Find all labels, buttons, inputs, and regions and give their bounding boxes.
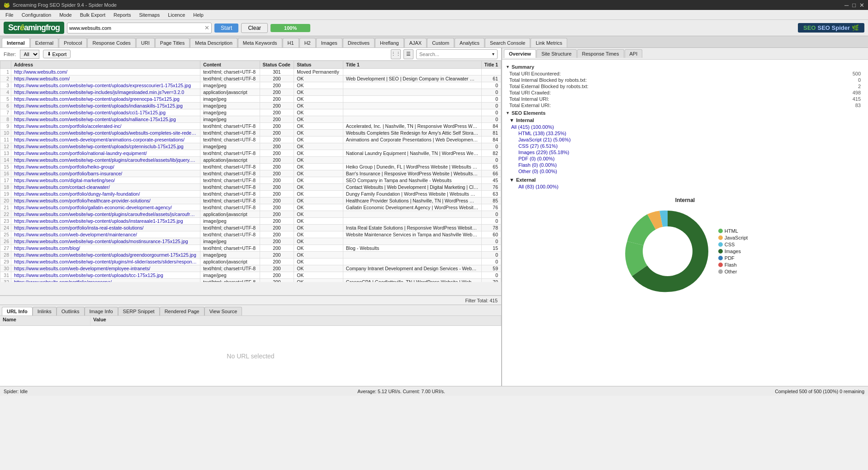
tab-h2[interactable]: H2 <box>299 38 316 47</box>
table-row[interactable]: 28 https://www.websults.com/website/wp-c… <box>0 252 501 258</box>
minimize-btn[interactable]: ─ <box>844 2 849 9</box>
row-address[interactable]: https://www.websults.com/portfolio/natio… <box>11 150 200 157</box>
row-address[interactable]: https://www.websults.com/website/wp-cont… <box>11 96 200 103</box>
url-input[interactable] <box>69 25 204 31</box>
table-row[interactable]: 5 https://www.websults.com/website/wp-co… <box>0 96 501 103</box>
row-address[interactable]: https://www.websults.com/website/wp-cont… <box>11 211 200 218</box>
detail-tab-url-info[interactable]: URL Info <box>2 307 33 315</box>
detail-tab-rendered-page[interactable]: Rendered Page <box>160 307 204 315</box>
table-row[interactable]: 24 https://www.websults.com/portfolio/in… <box>0 225 501 231</box>
search-dropdown-icon[interactable]: ▾ <box>492 52 494 56</box>
table-row[interactable]: 3 https://www.websults.com/website/wp-co… <box>0 82 501 89</box>
tab-hreflang[interactable]: Hreflang <box>375 38 404 47</box>
tab-images[interactable]: Images <box>316 38 342 47</box>
right-tab-site-structure[interactable]: Site Structure <box>536 49 577 58</box>
table-row[interactable]: 22 https://www.websults.com/website/wp-c… <box>0 211 501 218</box>
tab-meta-description[interactable]: Meta Description <box>190 38 237 47</box>
table-row[interactable]: 15 https://www.websults.com/portfolio/he… <box>0 164 501 170</box>
menu-help[interactable]: Help <box>190 11 207 19</box>
seo-internal-header[interactable]: ▼Internal <box>509 117 864 124</box>
seo-tree-item[interactable]: PDF (0) (0.00%) <box>509 155 864 162</box>
menu-mode[interactable]: Mode <box>56 11 76 19</box>
search-input[interactable] <box>419 52 492 57</box>
table-row[interactable]: 6 https://www.websults.com/website/wp-co… <box>0 103 501 109</box>
detail-tab-outlinks[interactable]: Outlinks <box>57 307 85 315</box>
tab-link-metrics[interactable]: Link Metrics <box>531 38 567 47</box>
start-button[interactable]: Start <box>214 24 238 33</box>
detail-tab-view-source[interactable]: View Source <box>204 307 242 315</box>
right-content[interactable]: ▼ Summary Total URI Encountered:500Total… <box>502 60 868 386</box>
row-address[interactable]: https://www.websults.com/portfolio/heiko… <box>11 164 200 170</box>
table-row[interactable]: 7 https://www.websults.com/website/wp-co… <box>0 109 501 116</box>
seo-external-header[interactable]: ▼External <box>509 176 864 183</box>
row-address[interactable]: https://www.websults.com/website/wp-cont… <box>11 258 200 265</box>
row-address[interactable]: https://www.websults.com/web-development… <box>11 265 200 272</box>
detail-tab-inlinks[interactable]: Inlinks <box>33 307 57 315</box>
seo-tree-item[interactable]: All (415) (100.00%) <box>509 124 864 130</box>
row-address[interactable]: https://www.websults.com/portfolio/accel… <box>11 123 200 130</box>
row-address[interactable]: https://www.websults.com/website/wp-cont… <box>11 238 200 245</box>
tab-external[interactable]: External <box>30 38 58 47</box>
table-row[interactable]: 12 https://www.websults.com/website/wp-c… <box>0 143 501 150</box>
seo-tree-item[interactable]: All (83) (100.00%) <box>509 183 864 190</box>
menu-sitemaps[interactable]: Sitemaps <box>135 11 163 19</box>
export-button[interactable]: ⬇ Export <box>43 50 71 58</box>
row-address[interactable]: https://www.websults.com/website/wp-cont… <box>11 157 200 164</box>
tab-uri[interactable]: URI <box>136 38 155 47</box>
row-address[interactable]: https://www.websults.com/portfolio/galla… <box>11 204 200 211</box>
detail-tab-serp-snippet[interactable]: SERP Snippet <box>118 307 160 315</box>
summary-header[interactable]: ▼ Summary <box>506 64 864 70</box>
table-row[interactable]: 21 https://www.websults.com/portfolio/ga… <box>0 204 501 211</box>
table-row[interactable]: 17 https://www.websults.com/digital-mark… <box>0 177 501 184</box>
row-address[interactable]: https://www.websults.com/website/wp-cont… <box>11 109 200 116</box>
tab-ajax[interactable]: AJAX <box>404 38 427 47</box>
row-address[interactable]: https://www.websults.com/website/wp-cont… <box>11 82 200 89</box>
row-address[interactable]: https://www.websults.com/website/wp-cont… <box>11 103 200 109</box>
maximize-btn[interactable]: □ <box>852 2 856 9</box>
seo-tree-item[interactable]: Other (0) (0.00%) <box>509 168 864 174</box>
tab-search-console[interactable]: Search Console <box>485 38 530 47</box>
row-address[interactable]: https://www.websults.com/web-development… <box>11 231 200 238</box>
progress-button[interactable]: 100% <box>270 24 310 32</box>
table-row[interactable]: 16 https://www.websults.com/portfolio/ba… <box>0 170 501 177</box>
table-row[interactable]: 13 https://www.websults.com/portfolio/na… <box>0 150 501 157</box>
tab-analytics[interactable]: Analytics <box>455 38 484 47</box>
menu-file[interactable]: File <box>2 11 17 19</box>
view-tree-icon[interactable]: ⋮⋮ <box>391 49 401 59</box>
seo-tree-item[interactable]: Flash (0) (0.00%) <box>509 162 864 168</box>
row-address[interactable]: https://www.websults.com/portfolio/green… <box>11 279 200 282</box>
close-btn[interactable]: ✕ <box>859 2 864 9</box>
col-content[interactable]: Content <box>200 61 260 69</box>
row-address[interactable]: https://www.websults.com/website/wp-cont… <box>11 218 200 225</box>
table-row[interactable]: 30 https://www.websults.com/web-developm… <box>0 265 501 272</box>
col-title1[interactable]: Title 1 <box>343 61 481 69</box>
seo-tree-item[interactable]: Images (229) (55.18%) <box>509 149 864 155</box>
tab-page-titles[interactable]: Page Titles <box>155 38 190 47</box>
table-row[interactable]: 27 https://www.websults.com/blog/ text/h… <box>0 245 501 252</box>
table-row[interactable]: 10 https://www.websults.com/website/wp-c… <box>0 130 501 136</box>
row-address[interactable]: https://www.websults.com/website/wp-cont… <box>11 272 200 279</box>
row-address[interactable]: https://www.websults.com/website/wp-incl… <box>11 89 200 96</box>
clear-button[interactable]: Clear <box>241 23 268 33</box>
row-address[interactable]: https://www.websults.com/portfolio/healt… <box>11 197 200 204</box>
tab-custom[interactable]: Custom <box>427 38 454 47</box>
row-address[interactable]: https://www.websults.com/website/wp-cont… <box>11 116 200 123</box>
row-address[interactable]: https://www.websults.com/portfolio/dungy… <box>11 191 200 197</box>
tab-directives[interactable]: Directives <box>343 38 375 47</box>
row-address[interactable]: https://www.websults.com/website/wp-cont… <box>11 130 200 136</box>
tab-protocol[interactable]: Protocol <box>59 38 87 47</box>
row-address[interactable]: https://www.websults.com/contact-clearwa… <box>11 184 200 191</box>
right-tab-api[interactable]: API <box>625 49 643 58</box>
table-row[interactable]: 20 https://www.websults.com/portfolio/he… <box>0 197 501 204</box>
table-row[interactable]: 4 https://www.websults.com/website/wp-in… <box>0 89 501 96</box>
col-status-code[interactable]: Status Code <box>260 61 294 69</box>
url-clear-icon[interactable]: ✕ <box>204 24 209 31</box>
tab-response-codes[interactable]: Response Codes <box>87 38 135 47</box>
table-row[interactable]: 31 https://www.websults.com/website/wp-c… <box>0 272 501 279</box>
tab-internal[interactable]: Internal <box>2 38 30 47</box>
menu-bulk-export[interactable]: Bulk Export <box>76 11 109 19</box>
seo-elements-header[interactable]: ▼ SEO Elements <box>506 110 864 116</box>
row-address[interactable]: https://www.websults.com/portfolio/barrs… <box>11 170 200 177</box>
table-row[interactable]: 29 https://www.websults.com/website/wp-c… <box>0 258 501 265</box>
seo-tree-item[interactable]: HTML (138) (33.25%) <box>509 130 864 136</box>
